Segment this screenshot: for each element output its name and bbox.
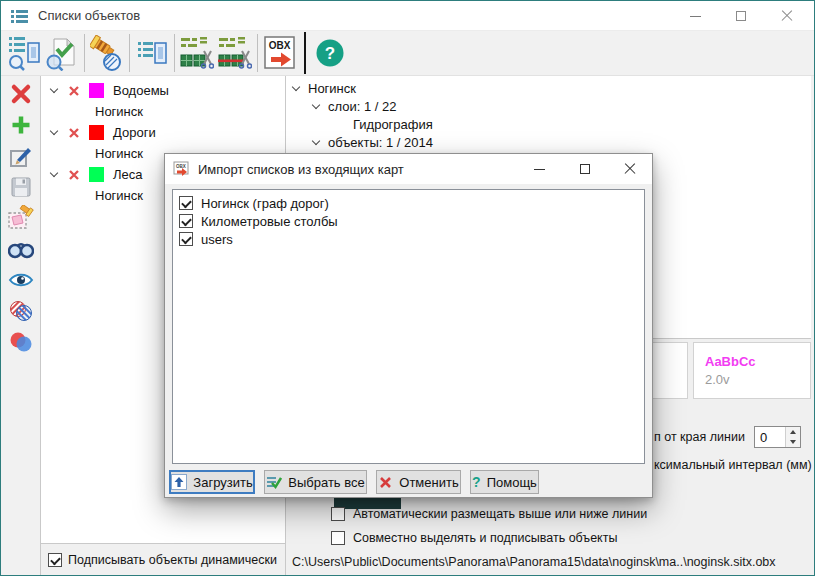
tree-node-map[interactable]: Ногинск — [286, 79, 811, 97]
find-list-button[interactable] — [5, 32, 43, 74]
chevron-down-icon[interactable] — [312, 102, 321, 111]
remove-icon[interactable] — [68, 85, 80, 97]
help-icon: ? — [314, 37, 346, 69]
copy-lists-icon — [180, 35, 214, 71]
overlap-solid-button[interactable] — [6, 330, 36, 353]
chevron-down-icon[interactable] — [312, 138, 321, 147]
copy-lists-button[interactable] — [178, 32, 216, 74]
save-list-button[interactable] — [6, 175, 36, 198]
font-sample-version: 2.0v — [705, 372, 810, 387]
import-item-checkbox[interactable] — [179, 214, 193, 228]
overlap-hatched-button[interactable] — [6, 299, 36, 322]
chevron-down-icon[interactable] — [50, 128, 59, 137]
import-list-item[interactable]: Ногинск (граф дорог) — [173, 194, 644, 212]
save-icon — [10, 176, 32, 198]
import-dialog: OBX Импорт списков из входящих карт Ноги… — [164, 153, 653, 498]
left-icon-rail — [1, 76, 41, 575]
obx-export-button[interactable]: OBX — [261, 32, 299, 74]
tree-node-layers[interactable]: слои: 1 / 22 — [286, 97, 811, 115]
list-item-label: Леса — [113, 167, 143, 182]
maximize-icon — [580, 164, 590, 174]
import-list: Ногинск (граф дорог) Километровые столбы… — [172, 189, 645, 464]
select-area-button[interactable] — [6, 206, 36, 229]
remove-icon[interactable] — [68, 127, 80, 139]
cancel-label: Отменить — [399, 475, 458, 490]
check-search-button[interactable] — [43, 32, 81, 74]
list-select-button[interactable] — [133, 32, 171, 74]
import-item-label: Километровые столбы — [201, 214, 338, 229]
search-button[interactable] — [6, 237, 36, 260]
chevron-down-icon[interactable] — [50, 86, 59, 95]
status-file-path: C:\Users\Public\Documents\Panorama\Panor… — [292, 555, 776, 569]
list-item-roads[interactable]: Дороги — [41, 122, 285, 143]
maximize-icon — [736, 11, 746, 21]
down-arrow-icon — [790, 440, 796, 444]
select-all-icon — [266, 474, 282, 490]
find-list-icon — [8, 35, 40, 71]
svg-text:OBX: OBX — [269, 40, 291, 51]
help-label: Помощь — [487, 475, 537, 490]
dialog-help-button[interactable]: ? Помощь — [470, 470, 539, 494]
toolbar-separator — [257, 34, 258, 72]
tree-node-hydrography[interactable]: Гидрография — [286, 115, 811, 133]
tree-node-label: слои: 1 / 22 — [328, 99, 396, 114]
toolbar-separator — [129, 34, 130, 72]
add-list-button[interactable] — [6, 113, 36, 136]
load-button[interactable]: Загрузить — [169, 470, 255, 494]
import-item-checkbox[interactable] — [179, 232, 193, 246]
dynamic-label-checkbox[interactable] — [48, 553, 62, 567]
remove-icon[interactable] — [68, 169, 80, 181]
chevron-down-icon[interactable] — [292, 84, 301, 93]
list-select-icon — [137, 36, 167, 70]
titlebar: Списки объектов — [1, 1, 814, 31]
import-item-checkbox[interactable] — [179, 196, 193, 210]
delete-icon — [10, 83, 32, 105]
import-list-item[interactable]: Километровые столбы — [173, 212, 644, 230]
help-icon: ? — [472, 474, 481, 490]
edge-offset-spinner[interactable]: 0 — [754, 426, 801, 448]
edit-icon — [9, 144, 33, 168]
maximize-button[interactable] — [718, 1, 764, 31]
preview-card[interactable]: AaBbCc 2.0v — [693, 342, 811, 399]
list-item-water[interactable]: Водоемы — [41, 80, 285, 101]
cancel-button[interactable]: Отменить — [376, 470, 461, 494]
auto-place-checkbox[interactable] — [331, 507, 345, 521]
visibility-button[interactable] — [6, 268, 36, 291]
cancel-icon — [378, 475, 393, 490]
toolbar-separator — [174, 34, 175, 72]
close-icon — [781, 10, 793, 22]
dialog-close-button[interactable] — [607, 154, 652, 184]
delete-list-button[interactable] — [6, 82, 36, 105]
dynamic-label-text: Подписывать объекты динамически — [68, 553, 277, 567]
edit-list-button[interactable] — [6, 144, 36, 167]
toolbar-separator-dark — [304, 32, 306, 74]
help-button[interactable]: ? — [311, 32, 349, 74]
tree-node-label: Гидрография — [353, 117, 433, 132]
close-button[interactable] — [764, 1, 810, 31]
joint-select-checkbox[interactable] — [331, 531, 345, 545]
select-all-button[interactable]: Выбрать все — [264, 470, 367, 494]
dialog-title: Импорт списков из входящих карт — [198, 162, 404, 177]
auto-place-label: Автоматическии размещать выше или ниже л… — [353, 507, 647, 521]
import-list-item[interactable]: users — [173, 230, 644, 248]
svg-text:OBX: OBX — [176, 164, 186, 169]
list-item-map[interactable]: Ногинск — [41, 101, 285, 122]
eye-icon — [8, 271, 34, 289]
spinner-up-button[interactable] — [786, 427, 800, 437]
svg-text:?: ? — [325, 44, 335, 63]
flashlight-button[interactable] — [88, 32, 126, 74]
chevron-down-icon[interactable] — [50, 170, 59, 179]
color-swatch — [89, 167, 104, 182]
minimize-button[interactable] — [672, 1, 718, 31]
tree-node-label: Ногинск — [308, 81, 356, 96]
spinner-down-button[interactable] — [786, 437, 800, 447]
edge-offset-label: п от края линии — [654, 430, 745, 444]
cut-lists-button[interactable] — [216, 32, 254, 74]
dialog-maximize-button[interactable] — [562, 154, 607, 184]
list-item-label: Дороги — [113, 125, 156, 140]
minimize-icon — [534, 169, 545, 170]
window-title: Списки объектов — [38, 8, 140, 23]
dialog-minimize-button[interactable] — [517, 154, 562, 184]
tree-node-objects[interactable]: объекты: 1 / 2014 — [286, 133, 811, 151]
dialog-buttons: Загрузить Выбрать все Отменить ? Помощь — [169, 470, 539, 494]
